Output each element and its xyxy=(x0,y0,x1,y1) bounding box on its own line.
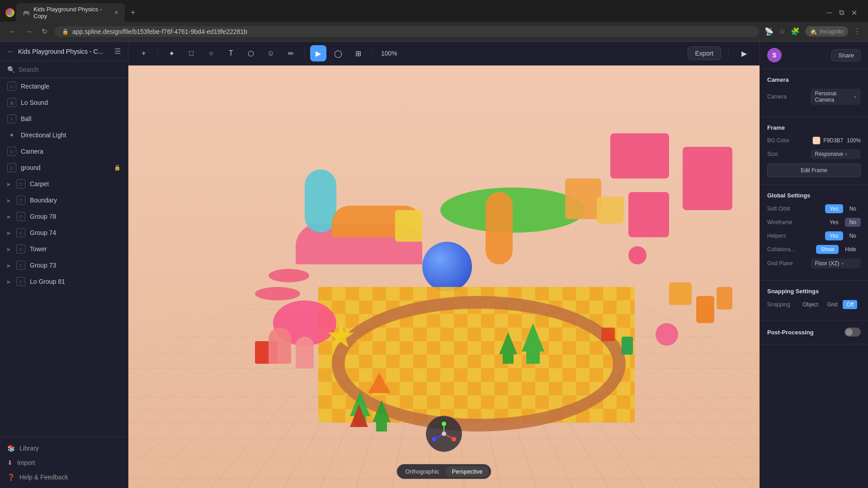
rectangle-tool-button[interactable]: □ xyxy=(183,45,199,61)
helpers-toggle: Yes No xyxy=(825,231,861,240)
library-button[interactable]: 📚 Library xyxy=(0,441,128,455)
sidebar-item-ground[interactable]: □ ground 🔒 xyxy=(0,160,128,176)
chevron-down-icon: ▾ xyxy=(845,152,847,157)
wireframe-no-button[interactable]: No xyxy=(845,218,861,227)
path-tool-button[interactable]: ☺ xyxy=(263,45,279,61)
cursor-tool-button[interactable]: ▶ xyxy=(310,45,326,61)
expand-arrow[interactable]: ▶ xyxy=(7,279,11,284)
frame-section-title: Frame xyxy=(767,124,861,131)
new-tab-button[interactable]: + xyxy=(127,6,139,19)
ball-label: Ball xyxy=(21,115,31,122)
expand-arrow[interactable]: ▶ xyxy=(7,214,11,219)
sidebar-item-ball[interactable]: ○ Ball xyxy=(0,111,128,127)
sidebar-item-boundary[interactable]: ▶ □ Boundary xyxy=(0,192,128,208)
import-button[interactable]: ⬇ Import xyxy=(0,455,128,470)
import-icon: ⬇ xyxy=(7,459,13,466)
soft-orbit-yes-button[interactable]: Yes xyxy=(825,204,843,213)
extensions-icon[interactable]: 🧩 xyxy=(791,27,800,36)
tower-label: Tower xyxy=(30,245,47,253)
camera-dropdown[interactable]: Personal Camera ▾ xyxy=(811,89,861,105)
library-icon: 📚 xyxy=(7,445,15,452)
size-dropdown[interactable]: Responsive ▾ xyxy=(811,149,861,159)
perspective-button[interactable]: Perspective xyxy=(446,466,489,477)
expand-arrow[interactable]: ▶ xyxy=(7,247,11,252)
post-processing-toggle[interactable] xyxy=(844,328,861,337)
sidebar-item-tower[interactable]: ▶ □ Tower xyxy=(0,241,128,257)
snapping-off-button[interactable]: Off xyxy=(843,300,857,309)
camera-icon: □ xyxy=(7,147,16,156)
bg-color-label: BG Color xyxy=(767,137,812,144)
frame-tool-button[interactable]: ⊞ xyxy=(350,45,366,61)
view-gizmo[interactable] xyxy=(426,416,462,452)
cast-icon[interactable]: 📡 xyxy=(764,27,774,36)
sidebar-item-rectangle[interactable]: □ Rectangle xyxy=(0,78,128,94)
grid-plane-dropdown[interactable]: Floor (XZ) ▾ xyxy=(811,258,861,268)
help-feedback-button[interactable]: ❓ Help & Feedback xyxy=(0,470,128,484)
comment-tool-button[interactable]: ◯ xyxy=(330,45,346,61)
svg-point-6 xyxy=(442,432,446,436)
bookmark-icon[interactable]: ☆ xyxy=(779,27,785,36)
expand-arrow[interactable]: ▶ xyxy=(7,230,11,235)
close-icon[interactable]: ✕ xyxy=(851,9,857,17)
polygon-tool-button[interactable]: ⬡ xyxy=(243,45,259,61)
viewport[interactable]: Orthographic Perspective xyxy=(128,66,760,488)
expand-arrow[interactable]: ▶ xyxy=(7,263,11,268)
back-button[interactable]: ← xyxy=(7,26,18,38)
back-button[interactable]: ← xyxy=(7,47,14,56)
snapping-grid-button[interactable]: Grid xyxy=(824,300,841,309)
sidebar-menu-button[interactable]: ☰ xyxy=(114,47,121,56)
active-tab[interactable]: 🎮 Kids Playground Physics - Copy ✕ xyxy=(16,3,125,22)
incognito-button[interactable]: 🕵 Incognito xyxy=(805,26,848,37)
sidebar-item-group74[interactable]: ▶ □ Group 74 xyxy=(0,225,128,241)
browser-logo: 🌀 xyxy=(5,8,14,17)
chevron-down-icon: ▾ xyxy=(854,94,856,99)
snapping-object-button[interactable]: Object xyxy=(799,300,822,309)
soft-orbit-no-button[interactable]: No xyxy=(845,204,861,213)
snapping-options: Object Grid Off xyxy=(799,300,857,309)
helpers-yes-button[interactable]: Yes xyxy=(825,231,843,240)
text-tool-button[interactable]: T xyxy=(223,45,239,61)
help-icon: ❓ xyxy=(7,474,15,481)
export-button[interactable]: Export xyxy=(688,47,721,60)
sidebar-item-camera[interactable]: □ Camera xyxy=(0,143,128,160)
helpers-no-button[interactable]: No xyxy=(845,231,861,240)
expand-arrow[interactable]: ▶ xyxy=(7,198,11,203)
sidebar-item-group81[interactable]: ▶ □ Lo Group 81 xyxy=(0,273,128,290)
sidebar-item-directional-light[interactable]: ✦ Directional Light xyxy=(0,127,128,143)
select-tool-button[interactable]: ✦ xyxy=(163,45,179,61)
address-actions: 📡 ☆ 🧩 🕵 Incognito ⋮ xyxy=(764,26,861,37)
incognito-label: Incognito xyxy=(820,28,844,35)
orange-block-1 xyxy=(669,282,692,305)
collabora-show-button[interactable]: Show xyxy=(816,245,839,254)
sidebar-item-sound[interactable]: ◎ Lo Sound xyxy=(0,94,128,111)
add-tool-button[interactable]: + xyxy=(136,45,152,61)
pen-tool-button[interactable]: ✏ xyxy=(283,45,299,61)
svg-point-5 xyxy=(432,437,436,441)
sidebar-item-group73[interactable]: ▶ □ Group 73 xyxy=(0,257,128,273)
tab-close-button[interactable]: ✕ xyxy=(114,9,118,16)
blue-sphere xyxy=(422,242,472,291)
collabora-hide-button[interactable]: Hide xyxy=(840,245,861,254)
play-button[interactable]: ▶ xyxy=(736,45,752,61)
refresh-button[interactable]: ↻ xyxy=(40,25,49,38)
expand-arrow[interactable]: ▶ xyxy=(7,182,11,187)
sidebar-item-group78[interactable]: ▶ □ Group 78 xyxy=(0,208,128,225)
search-input[interactable] xyxy=(19,66,121,73)
forward-button[interactable]: → xyxy=(24,26,34,38)
menu-icon[interactable]: ⋮ xyxy=(854,27,861,36)
bg-color-swatch[interactable] xyxy=(812,136,821,145)
edit-frame-button[interactable]: Edit Frame xyxy=(767,164,861,177)
sidebar-item-carpet[interactable]: ▶ □ Carpet xyxy=(0,176,128,192)
ellipse-tool-button[interactable]: ○ xyxy=(203,45,219,61)
search-icon: 🔍 xyxy=(7,66,15,73)
scene-list: □ Rectangle ◎ Lo Sound ○ Ball ✦ Directio… xyxy=(0,78,128,437)
share-button[interactable]: Share xyxy=(831,49,861,61)
orthographic-button[interactable]: Orthographic xyxy=(399,466,445,477)
maximize-icon[interactable]: ⧉ xyxy=(839,9,844,17)
ground-label: ground xyxy=(21,164,41,171)
minimize-icon[interactable]: ─ xyxy=(827,9,832,17)
url-bar[interactable]: 🔒 app.spline.design/file/b153febe-f76f-4… xyxy=(55,26,759,37)
wireframe-yes-button[interactable]: Yes xyxy=(825,218,843,227)
soft-orbit-row: Soft Orbit Yes No xyxy=(767,204,861,213)
helpers-row: Helpers Yes No xyxy=(767,231,861,240)
